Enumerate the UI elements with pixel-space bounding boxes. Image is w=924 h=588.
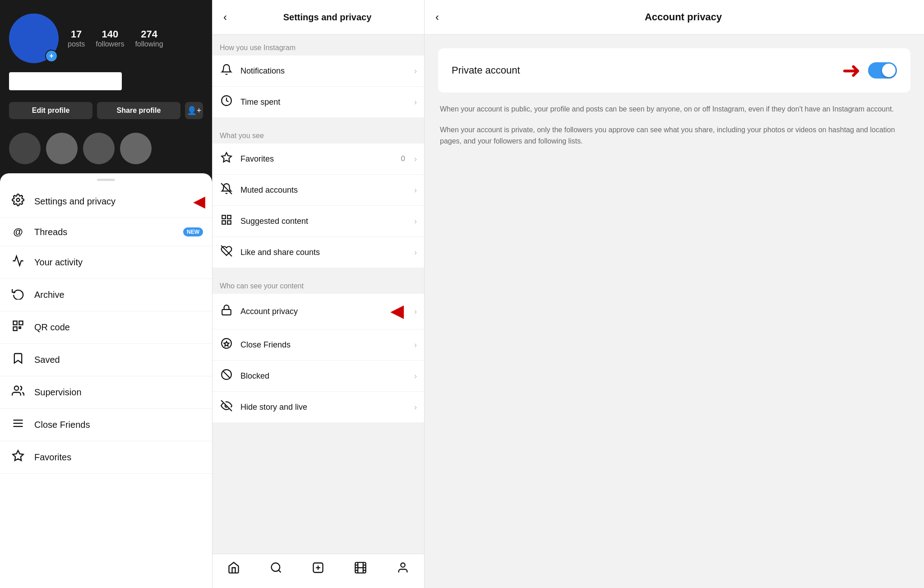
followers-label: followers bbox=[96, 40, 124, 48]
following-stat: 274 following bbox=[135, 28, 163, 48]
home-nav-icon[interactable] bbox=[222, 560, 245, 579]
favorites-row[interactable]: Favorites 0 › bbox=[213, 144, 424, 175]
divider-3 bbox=[213, 422, 424, 428]
menu-item-archive[interactable]: Archive bbox=[0, 279, 212, 311]
menu-drawer: Settings and privacy ◀ @ Threads NEW You… bbox=[0, 173, 212, 588]
svg-rect-4 bbox=[19, 327, 21, 329]
lock-icon bbox=[220, 304, 233, 319]
menu-item-qrcode[interactable]: QR code bbox=[0, 311, 212, 344]
blocked-label: Blocked bbox=[240, 371, 407, 381]
private-account-row: Private account ➜ bbox=[438, 48, 910, 93]
section2-label: What you see bbox=[213, 123, 424, 144]
share-profile-button[interactable]: Share profile bbox=[97, 102, 180, 119]
section2-card: Favorites 0 › Muted accounts › Suggested… bbox=[213, 144, 424, 268]
menu-item-settings[interactable]: Settings and privacy ◀ bbox=[0, 185, 212, 218]
heart-off-icon bbox=[220, 245, 233, 259]
svg-rect-18 bbox=[222, 310, 231, 315]
svg-rect-1 bbox=[14, 321, 17, 325]
menu-item-favorites[interactable]: Favorites bbox=[0, 441, 212, 474]
svg-rect-3 bbox=[14, 327, 17, 330]
account-privacy-row[interactable]: Account privacy ◀ › bbox=[213, 294, 424, 329]
suggested-chevron: › bbox=[414, 217, 417, 226]
suggested-icon bbox=[220, 214, 233, 228]
divider-1 bbox=[213, 117, 424, 123]
add-person-icon: 👤+ bbox=[187, 106, 202, 116]
privacy-panel: ‹ Account privacy Private account ➜ When… bbox=[424, 0, 924, 588]
avatar: + bbox=[9, 14, 59, 63]
favorites-count: 0 bbox=[401, 154, 405, 163]
blocked-row[interactable]: Blocked › bbox=[213, 361, 424, 392]
activity-label: Your activity bbox=[34, 257, 83, 268]
privacy-body: Private account ➜ When your account is p… bbox=[425, 35, 924, 170]
like-share-row[interactable]: Like and share counts › bbox=[213, 237, 424, 268]
threads-icon: @ bbox=[11, 226, 25, 238]
section1-card: Notifications › Time spent › bbox=[213, 56, 424, 117]
qrcode-label: QR code bbox=[34, 322, 70, 333]
time-spent-row[interactable]: Time spent › bbox=[213, 87, 424, 117]
svg-point-37 bbox=[401, 563, 405, 567]
settings-panel: ‹ Settings and privacy How you use Insta… bbox=[212, 0, 424, 588]
favorites-label: Favorites bbox=[34, 452, 71, 463]
divider-2 bbox=[213, 268, 424, 273]
toggle-arrow-area: ➜ bbox=[842, 59, 897, 82]
following-count: 274 bbox=[141, 28, 157, 40]
section1-label: How you use Instagram bbox=[213, 35, 424, 56]
profile-panel: + 17 posts 140 followers 274 following E… bbox=[0, 0, 212, 588]
menu-item-activity[interactable]: Your activity bbox=[0, 246, 212, 279]
add-person-button[interactable]: 👤+ bbox=[185, 102, 203, 119]
story-bubble-2[interactable] bbox=[46, 133, 78, 164]
hide-story-row[interactable]: Hide story and live › bbox=[213, 392, 424, 422]
add-nav-icon[interactable] bbox=[306, 560, 330, 579]
muted-chevron: › bbox=[414, 185, 417, 195]
svg-marker-20 bbox=[224, 342, 229, 346]
section3-card: Account privacy ◀ › Close Friends › Bloc… bbox=[213, 294, 424, 422]
settings-header: ‹ Settings and privacy bbox=[213, 0, 424, 35]
svg-marker-11 bbox=[222, 153, 231, 162]
following-label: following bbox=[135, 40, 163, 48]
circle-star-icon bbox=[220, 338, 233, 352]
story-bubble-3[interactable] bbox=[83, 133, 115, 164]
posts-count: 17 bbox=[71, 28, 82, 40]
close-friends-label: Close Friends bbox=[34, 420, 90, 430]
account-privacy-chevron: › bbox=[414, 307, 417, 316]
favorites-menu-icon bbox=[11, 449, 25, 465]
followers-stat: 140 followers bbox=[96, 28, 124, 48]
story-bubble-1[interactable] bbox=[9, 133, 41, 164]
profile-nav-icon[interactable] bbox=[391, 560, 415, 579]
close-friends-settings-label: Close Friends bbox=[240, 340, 407, 350]
close-friends-settings-row[interactable]: Close Friends › bbox=[213, 329, 424, 361]
suggested-content-row[interactable]: Suggested content › bbox=[213, 206, 424, 237]
bell-icon bbox=[220, 64, 233, 78]
reels-nav-icon[interactable] bbox=[349, 560, 372, 579]
suggested-content-label: Suggested content bbox=[240, 217, 407, 226]
svg-point-5 bbox=[14, 386, 18, 390]
edit-profile-button[interactable]: Edit profile bbox=[9, 102, 92, 119]
svg-line-12 bbox=[221, 183, 232, 194]
hide-story-chevron: › bbox=[414, 403, 417, 412]
svg-point-19 bbox=[222, 338, 231, 348]
notifications-row[interactable]: Notifications › bbox=[213, 56, 424, 87]
muted-accounts-row[interactable]: Muted accounts › bbox=[213, 175, 424, 206]
time-spent-label: Time spent bbox=[240, 97, 407, 107]
menu-item-supervision[interactable]: Supervision bbox=[0, 376, 212, 409]
hide-story-label: Hide story and live bbox=[240, 403, 407, 412]
svg-rect-13 bbox=[222, 215, 226, 219]
section3-label: Who can see your content bbox=[213, 273, 424, 294]
settings-back-button[interactable]: ‹ bbox=[220, 9, 231, 25]
profile-buttons: Edit profile Share profile 👤+ bbox=[0, 97, 212, 128]
story-bubble-4[interactable] bbox=[120, 133, 152, 164]
menu-item-saved[interactable]: Saved bbox=[0, 344, 212, 376]
menu-item-close-friends[interactable]: Close Friends bbox=[0, 409, 212, 441]
posts-stat: 17 posts bbox=[68, 28, 85, 48]
privacy-back-button[interactable]: ‹ bbox=[432, 9, 443, 25]
private-account-toggle[interactable] bbox=[868, 62, 897, 79]
menu-item-threads[interactable]: @ Threads NEW bbox=[0, 218, 212, 246]
privacy-red-arrow: ➜ bbox=[842, 59, 861, 82]
like-share-chevron: › bbox=[414, 248, 417, 257]
private-account-label: Private account bbox=[452, 65, 842, 76]
posts-label: posts bbox=[68, 40, 85, 48]
clock-icon bbox=[220, 95, 233, 109]
threads-label: Threads bbox=[34, 227, 67, 237]
story-row bbox=[0, 128, 212, 173]
search-nav-icon[interactable] bbox=[264, 560, 288, 579]
